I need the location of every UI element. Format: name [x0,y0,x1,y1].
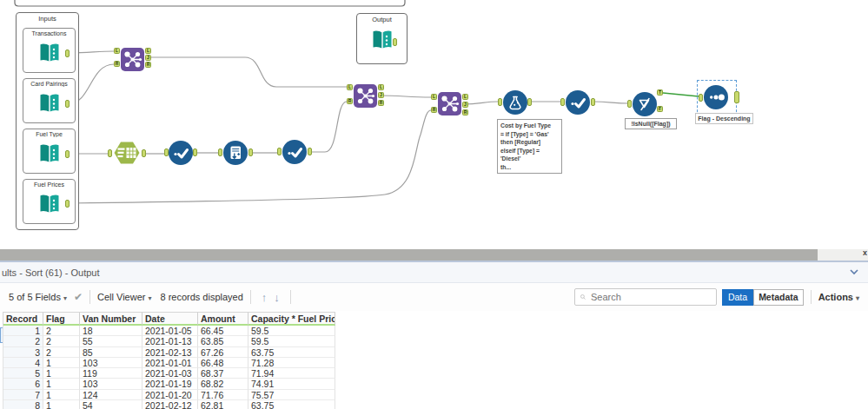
input-anchor[interactable] [699,94,703,102]
generate-rows-tool[interactable] [223,141,248,168]
scroll-up-icon[interactable]: ↑ [262,291,268,304]
true-output-anchor[interactable]: T [657,89,663,96]
table-cell[interactable]: 62.81 [198,400,248,409]
formula-comment-box[interactable]: Cost by Fuel Type = if [Type] = 'Gas' th… [497,119,562,174]
table-cell[interactable]: 2021-01-20 [142,390,198,400]
input-anchor[interactable] [277,148,282,155]
select-tool[interactable] [566,90,590,118]
table-row[interactable]: 711242021-01-2071.7675.57 [3,390,335,400]
table-cell[interactable]: 74.91 [248,379,335,389]
output-anchor-left[interactable]: L [462,94,468,100]
table-cell[interactable]: 1 [43,400,80,409]
output-anchor-join[interactable]: J [378,92,384,98]
close-icon[interactable]: x [863,248,867,257]
table-cell[interactable]: 2021-01-19 [142,379,198,389]
table-row[interactable]: 22552021-01-1363.8559.5 [3,336,335,346]
column-header[interactable]: Flag [43,313,80,326]
chevron-down-icon[interactable] [849,267,859,277]
table-cell[interactable]: 75.57 [248,390,335,400]
table-cell[interactable]: 68.82 [198,379,248,389]
table-cell[interactable]: 1 [3,326,43,336]
table-cell[interactable]: 7 [3,390,43,400]
input-anchor-right[interactable]: R [114,61,120,67]
sort-annotation[interactable]: Flag - Descending [695,113,753,124]
column-header[interactable]: Capacity * Fuel Price [248,313,335,326]
column-header[interactable]: Amount [198,313,248,326]
table-cell[interactable]: 103 [80,358,142,368]
table-cell[interactable]: 63.75 [248,400,335,409]
output-anchor[interactable] [65,49,70,57]
search-box[interactable] [574,288,717,306]
table-cell[interactable]: 67.26 [198,347,248,358]
table-cell[interactable]: 1 [43,368,80,379]
table-cell[interactable]: 63.75 [248,347,335,358]
table-cell[interactable]: 1 [43,358,80,368]
table-cell[interactable]: 3 [3,347,43,358]
search-input[interactable] [589,291,716,303]
panel-splitter[interactable]: x [0,249,868,261]
table-cell[interactable]: 59.5 [248,326,335,336]
table-cell[interactable]: 85 [80,347,142,358]
table-row[interactable]: 12182021-01-0566.4559.5 [3,326,335,336]
table-cell[interactable]: 59.5 [248,336,335,346]
table-cell[interactable]: 55 [80,336,142,346]
output-anchor[interactable] [65,100,70,108]
table-cell[interactable]: 6 [3,379,43,389]
input-anchor[interactable] [218,148,222,156]
select-tool[interactable] [282,140,307,168]
apply-check-icon[interactable]: ✔ [74,291,83,303]
table-cell[interactable]: 1 [43,379,80,389]
table-cell[interactable]: 2 [3,336,43,346]
sort-tool[interactable] [704,85,728,113]
table-cell[interactable]: 54 [80,400,142,409]
input-anchor-right[interactable]: R [431,107,437,113]
output-anchor[interactable] [193,148,197,156]
formula-tool[interactable] [503,90,527,118]
table-cell[interactable]: 4 [3,358,43,368]
table-cell[interactable]: 8 [3,400,43,409]
output-anchor-right[interactable]: R [145,62,151,68]
table-cell[interactable]: 2021-02-13 [142,347,198,358]
output-anchor[interactable] [308,148,312,155]
input-anchor-right[interactable]: R [347,98,353,104]
table-cell[interactable]: 63.85 [198,336,248,346]
actions-button[interactable]: Actions▾ [818,292,859,302]
metadata-tab-button[interactable]: Metadata [753,289,804,306]
output-anchor-left[interactable]: L [378,84,384,90]
input-anchor-left[interactable]: L [347,84,353,90]
output-container[interactable]: Output [356,13,407,64]
table-cell[interactable]: 71.76 [198,390,248,400]
table-cell[interactable]: 103 [80,379,142,389]
splitter-handle[interactable] [0,249,818,261]
table-cell[interactable]: 71.28 [248,358,335,368]
table-cell[interactable]: 2021-01-03 [142,368,198,379]
table-cell[interactable]: 2 [43,336,80,346]
false-output-anchor[interactable]: F [657,106,663,112]
input-anchor-left[interactable]: L [114,48,120,54]
input-anchor[interactable] [498,98,502,106]
table-cell[interactable]: 66.45 [198,326,248,336]
input-anchor-left[interactable]: L [431,94,437,100]
table-cell[interactable]: 2021-01-13 [142,336,198,346]
output-anchor-right[interactable]: R [378,100,384,106]
output-anchor-join[interactable]: J [462,102,468,108]
output-anchor[interactable] [527,98,532,106]
results-header[interactable]: ults - Sort (61) - Output [0,262,868,283]
data-tab-button[interactable]: Data [722,289,753,306]
table-cell[interactable]: 119 [80,368,142,379]
join-tool[interactable] [438,92,461,119]
output-anchor[interactable] [393,38,397,46]
cell-viewer-dropdown[interactable]: Cell Viewer▾ [97,292,151,302]
output-anchor-right[interactable]: R [462,109,468,115]
output-anchor[interactable] [65,150,70,158]
output-anchor-join[interactable]: J [145,55,151,61]
table-row[interactable]: 81542021-02-1262.8163.75 [3,400,335,409]
input-anchor[interactable] [627,100,632,108]
table-cell[interactable]: 1 [43,390,80,400]
table-row[interactable]: 32852021-02-1367.2663.75 [3,347,335,358]
join-tool[interactable] [121,48,144,75]
input-anchor[interactable] [560,98,565,106]
output-anchor[interactable] [142,149,146,157]
output-anchor[interactable] [591,98,595,106]
output-anchor-left[interactable]: L [145,48,151,54]
